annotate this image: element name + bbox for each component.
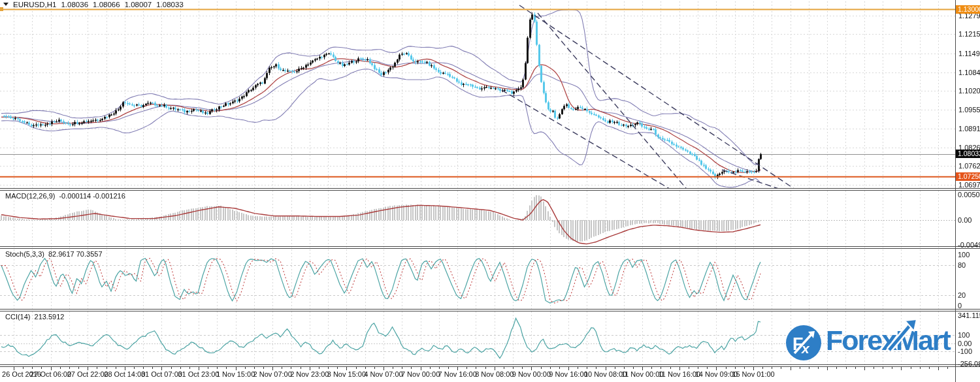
- time-axis-label: 11 Nov 16:00: [658, 370, 700, 378]
- macd-indicator-label: MACD(12,26,9) -0.000114 -0.001216: [5, 192, 125, 200]
- cci-tick-label: 100: [958, 331, 970, 339]
- macd-tick-label: -0.004924: [958, 241, 980, 249]
- price-tick-label: 1.12150: [958, 30, 980, 38]
- cci-indicator-label: CCI(14) 213.5912: [5, 313, 64, 321]
- symbol-dropdown-icon[interactable]: [3, 3, 8, 6]
- price-tick-label: 1.08910: [958, 125, 980, 133]
- logo-trend-arrow-icon: [881, 316, 923, 354]
- price-badge-resistance: 1.13000: [956, 5, 980, 14]
- price-tick-label: 1.11490: [958, 50, 980, 57]
- price-tick-label: 1.09555: [958, 106, 980, 114]
- time-axis-label: 3 Nov 15:00: [327, 370, 366, 378]
- time-axis-label: 9 Nov 16:00: [549, 370, 587, 378]
- time-axis-label: 14 Nov 09:00: [695, 370, 738, 378]
- macd-name: MACD(12,26,9): [5, 192, 55, 200]
- cci-tick-label: -100: [958, 347, 972, 355]
- cci-tick-label: 0.00: [958, 340, 972, 347]
- time-axis-label: 15 Nov 01:00: [732, 370, 774, 378]
- time-axis-label: 10 Nov 08:00: [584, 370, 627, 378]
- quote-open: 1.08036: [61, 1, 88, 8]
- macd-tick-label: 0.005054: [958, 191, 980, 199]
- macd-tick-label: 0.00: [958, 216, 972, 224]
- price-tick-label: 1.10845: [958, 69, 980, 76]
- forexmart-logo-circle: F x: [786, 325, 821, 360]
- svg-text:x: x: [801, 341, 810, 356]
- quote-close: 1.08033: [156, 1, 184, 8]
- cci-tick-label: -256.0802: [958, 360, 980, 368]
- time-axis-label: 2 Nov 07:00: [253, 370, 292, 378]
- price-tick-label: 1.10200: [958, 87, 980, 95]
- stoch-values: 82.9617 70.3557: [48, 250, 103, 258]
- time-axis-label: 31 Oct 23:00: [178, 370, 220, 378]
- time-axis-label: 4 Nov 07:00: [364, 370, 402, 378]
- time-axis-label: 9 Nov 00:00: [512, 370, 551, 378]
- price-tick-label: 1.06975: [958, 181, 980, 189]
- time-axis-label: 27 Oct 22:00: [67, 370, 108, 378]
- stoch-tick-label: 20: [958, 291, 966, 299]
- trading-chart-window: EURUSD,H1 1.08036 1.08066 1.08007 1.0803…: [0, 0, 980, 382]
- stoch-indicator-label: Stoch(5,3,3) 82.9617 70.3557: [5, 250, 103, 258]
- cci-tick-label: 341.115: [958, 311, 980, 319]
- price-badge-support: 1.07250: [956, 172, 980, 181]
- symbol-info-bar: EURUSD,H1 1.08036 1.08066 1.08007 1.0803…: [3, 0, 184, 8]
- forexmart-logo: F x ForexMart: [786, 323, 946, 364]
- time-axis-label: 1 Nov 15:00: [216, 370, 255, 378]
- time-axis-label: 2 Nov 23:00: [290, 370, 329, 378]
- time-axis-label: 11 Nov 00:00: [621, 370, 664, 378]
- fx-arrow-icon: F x: [786, 325, 821, 360]
- time-axis-label: 28 Oct 14:00: [104, 370, 145, 378]
- cci-name: CCI(14): [5, 313, 31, 321]
- time-axis-label: 27 Oct 06:00: [30, 370, 71, 378]
- price-tick-label: 1.07620: [958, 162, 980, 170]
- stoch-tick-label: 0: [958, 302, 962, 310]
- time-axis-label: 8 Nov 08:00: [475, 370, 514, 378]
- price-badge-current: 1.08033: [956, 150, 980, 158]
- stoch-tick-label: 100: [958, 251, 970, 259]
- macd-values: -0.000114 -0.001216: [59, 192, 125, 200]
- quote-high: 1.08066: [93, 1, 120, 8]
- time-axis-label: 31 Oct 07:00: [141, 370, 182, 378]
- quote-low: 1.08007: [125, 1, 152, 8]
- time-axis-label: 7 Nov 00:00: [401, 370, 440, 378]
- cci-values: 213.5912: [35, 313, 65, 321]
- stoch-tick-label: 80: [958, 261, 966, 269]
- symbol-label: EURUSD,H1: [13, 1, 56, 8]
- stoch-name: Stoch(5,3,3): [5, 250, 44, 258]
- time-axis-label: 7 Nov 16:00: [438, 370, 477, 378]
